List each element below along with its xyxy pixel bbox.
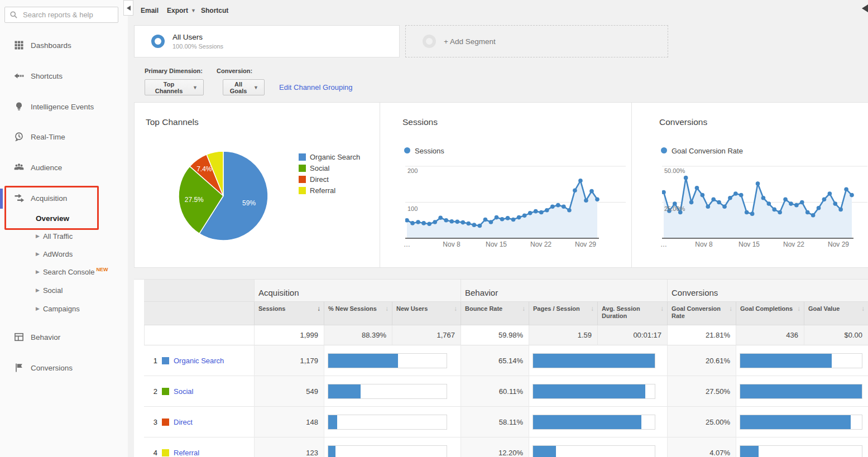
column-header-avg-session-duration[interactable]: Avg. Session Duration↓ bbox=[597, 302, 667, 325]
data-point[interactable] bbox=[589, 189, 594, 194]
data-point[interactable] bbox=[689, 200, 694, 205]
data-point[interactable] bbox=[838, 208, 843, 212]
data-point[interactable] bbox=[467, 222, 471, 226]
sidebar-subitem-all-traffic[interactable]: ▶All Traffic bbox=[36, 229, 73, 243]
data-point[interactable] bbox=[728, 196, 732, 200]
data-point[interactable] bbox=[756, 181, 760, 186]
data-point[interactable] bbox=[772, 208, 776, 212]
data-point[interactable] bbox=[427, 222, 431, 226]
data-point[interactable] bbox=[567, 208, 572, 213]
sidebar-item-shortcuts[interactable]: Shortcuts bbox=[0, 68, 128, 84]
data-point[interactable] bbox=[433, 220, 437, 224]
sidebar-subitem-search-console[interactable]: ▶Search ConsoleNEW bbox=[36, 265, 108, 278]
data-point[interactable] bbox=[461, 220, 465, 225]
sidebar-item-acquisition[interactable]: Acquisition bbox=[0, 190, 128, 206]
data-point[interactable] bbox=[550, 204, 555, 209]
segment-all-users[interactable]: All Users 100.00% Sessions bbox=[134, 25, 400, 57]
column-header-pages-session[interactable]: Pages / Session↓ bbox=[529, 302, 597, 325]
data-point[interactable] bbox=[449, 219, 454, 224]
channel-link[interactable]: Organic Search bbox=[174, 357, 224, 365]
data-point[interactable] bbox=[822, 198, 827, 202]
data-point[interactable] bbox=[584, 198, 588, 203]
data-point[interactable] bbox=[517, 215, 521, 220]
column-header-goal-conversion-rate[interactable]: Goal Conversion Rate↓ bbox=[667, 302, 736, 325]
data-point[interactable] bbox=[706, 204, 710, 209]
data-point[interactable] bbox=[489, 220, 493, 224]
data-point[interactable] bbox=[783, 198, 788, 202]
sidebar-item-intelligence-events[interactable]: Intelligence Events bbox=[0, 99, 128, 114]
data-point[interactable] bbox=[805, 210, 810, 215]
data-point[interactable] bbox=[717, 200, 721, 205]
data-point[interactable] bbox=[410, 221, 415, 225]
data-point[interactable] bbox=[817, 206, 821, 210]
data-point[interactable] bbox=[578, 179, 583, 183]
data-point[interactable] bbox=[444, 218, 448, 223]
data-point[interactable] bbox=[767, 201, 771, 206]
sidebar-item-behavior[interactable]: Behavior bbox=[0, 329, 128, 345]
data-point[interactable] bbox=[811, 213, 816, 218]
data-point[interactable] bbox=[595, 198, 600, 202]
data-point[interactable] bbox=[833, 201, 837, 206]
data-point[interactable] bbox=[416, 220, 420, 224]
channel-link[interactable]: Referral bbox=[174, 449, 199, 457]
primary-dimension-dropdown[interactable]: Top Channels ▼ bbox=[145, 79, 204, 95]
column-header-sessions[interactable]: Sessions↓ bbox=[254, 302, 324, 325]
channel-link[interactable]: Social bbox=[174, 387, 193, 396]
data-point[interactable] bbox=[778, 210, 782, 215]
data-point[interactable] bbox=[695, 186, 699, 190]
toolbar-export-button[interactable]: Export▼ bbox=[167, 7, 196, 15]
toolbar-shortcut-button[interactable]: Shortcut bbox=[201, 7, 228, 15]
toolbar-email-button[interactable]: Email bbox=[141, 7, 159, 15]
sidebar-subitem-social[interactable]: ▶Social bbox=[36, 283, 63, 297]
sidebar-item-conversions[interactable]: Conversions bbox=[0, 360, 128, 376]
data-point[interactable] bbox=[438, 215, 443, 220]
edit-channel-grouping-link[interactable]: Edit Channel Grouping bbox=[279, 83, 353, 92]
data-point[interactable] bbox=[662, 190, 666, 195]
panel-collapse-icon[interactable] bbox=[862, 3, 868, 13]
column-header-goal-completions[interactable]: Goal Completions↓ bbox=[736, 302, 804, 325]
data-point[interactable] bbox=[511, 218, 516, 222]
sidebar-subitem-adwords[interactable]: ▶AdWords bbox=[36, 247, 73, 261]
data-point[interactable] bbox=[850, 193, 854, 198]
data-point[interactable] bbox=[495, 215, 499, 220]
data-point[interactable] bbox=[750, 211, 755, 216]
conversion-dropdown[interactable]: All Goals ▼ bbox=[223, 79, 265, 95]
channel-link[interactable]: Direct bbox=[174, 418, 193, 426]
add-segment-button[interactable]: + Add Segment bbox=[405, 25, 668, 57]
data-point[interactable] bbox=[701, 193, 705, 198]
data-point[interactable] bbox=[478, 224, 482, 228]
data-point[interactable] bbox=[455, 220, 459, 224]
data-point[interactable] bbox=[761, 196, 766, 200]
data-point[interactable] bbox=[573, 188, 577, 193]
data-point[interactable] bbox=[506, 216, 510, 220]
column-header-new-users[interactable]: New Users↓ bbox=[392, 302, 461, 325]
data-point[interactable] bbox=[421, 221, 426, 225]
data-point[interactable] bbox=[800, 200, 804, 205]
data-point[interactable] bbox=[733, 191, 738, 196]
data-point[interactable] bbox=[722, 204, 727, 209]
data-point[interactable] bbox=[711, 198, 716, 202]
data-point[interactable] bbox=[739, 193, 744, 198]
sidebar-subitem-overview[interactable]: Overview bbox=[36, 211, 69, 225]
data-point[interactable] bbox=[539, 210, 544, 215]
data-point[interactable] bbox=[528, 211, 533, 215]
data-point[interactable] bbox=[545, 208, 549, 213]
search-input[interactable] bbox=[22, 10, 113, 20]
sidebar-item-audience[interactable]: Audience bbox=[0, 160, 128, 175]
column-header-bounce-rate[interactable]: Bounce Rate↓ bbox=[461, 302, 529, 325]
data-point[interactable] bbox=[789, 201, 793, 206]
data-point[interactable] bbox=[745, 210, 749, 215]
column-header-goal-value[interactable]: Goal Value↓ bbox=[804, 302, 868, 325]
data-point[interactable] bbox=[534, 209, 538, 214]
column-header--new-sessions[interactable]: % New Sessions↓ bbox=[324, 302, 392, 325]
data-point[interactable] bbox=[562, 204, 566, 209]
data-point[interactable] bbox=[828, 191, 832, 196]
data-point[interactable] bbox=[522, 214, 527, 218]
data-point[interactable] bbox=[844, 187, 848, 191]
data-point[interactable] bbox=[684, 176, 688, 180]
sidebar-collapse-button[interactable] bbox=[123, 0, 133, 16]
sidebar-item-real-time[interactable]: Real-Time bbox=[0, 129, 128, 145]
sidebar-subitem-campaigns[interactable]: ▶Campaigns bbox=[36, 302, 80, 315]
data-point[interactable] bbox=[472, 223, 477, 227]
sidebar-item-dashboards[interactable]: Dashboards bbox=[0, 37, 128, 53]
